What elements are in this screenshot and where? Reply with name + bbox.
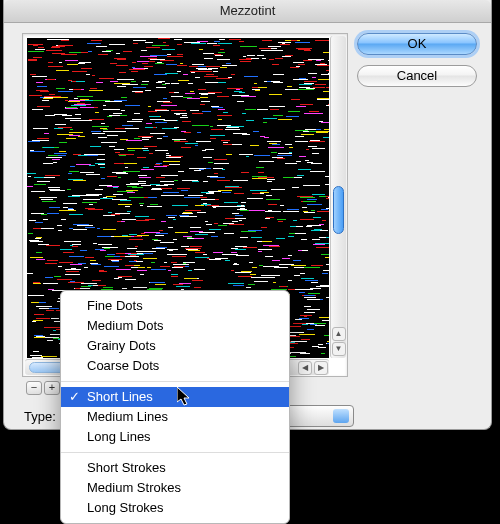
zoom-out-button[interactable]: −	[26, 381, 42, 395]
type-label: Type:	[24, 409, 56, 424]
type-dropdown-menu: Fine Dots Medium Dots Grainy Dots Coarse…	[60, 290, 290, 524]
menu-item-medium-lines[interactable]: Medium Lines	[61, 407, 289, 427]
menu-item-grainy-dots[interactable]: Grainy Dots	[61, 336, 289, 356]
menu-item-short-lines[interactable]: Short Lines	[61, 387, 289, 407]
cancel-button[interactable]: Cancel	[357, 65, 477, 87]
zoom-controls: − +	[26, 381, 60, 395]
vertical-scrollbar[interactable]: ▲ ▼	[330, 36, 346, 358]
dialog-titlebar[interactable]: Mezzotint	[4, 0, 491, 23]
scroll-left-button[interactable]: ◀	[298, 361, 312, 375]
scroll-down-button[interactable]: ▼	[332, 342, 346, 356]
menu-item-medium-dots[interactable]: Medium Dots	[61, 316, 289, 336]
dialog-title: Mezzotint	[220, 3, 276, 18]
menu-item-short-strokes[interactable]: Short Strokes	[61, 458, 289, 478]
vertical-scroll-thumb[interactable]	[333, 186, 344, 234]
menu-item-long-strokes[interactable]: Long Strokes	[61, 498, 289, 518]
menu-separator	[61, 381, 289, 382]
menu-item-coarse-dots[interactable]: Coarse Dots	[61, 356, 289, 376]
dialog-buttons: OK Cancel	[357, 33, 477, 87]
scroll-right-button[interactable]: ▶	[314, 361, 328, 375]
scroll-up-button[interactable]: ▲	[332, 327, 346, 341]
menu-item-medium-strokes[interactable]: Medium Strokes	[61, 478, 289, 498]
ok-button[interactable]: OK	[357, 33, 477, 55]
menu-separator	[61, 452, 289, 453]
zoom-in-button[interactable]: +	[44, 381, 60, 395]
menu-item-long-lines[interactable]: Long Lines	[61, 427, 289, 447]
menu-item-fine-dots[interactable]: Fine Dots	[61, 296, 289, 316]
